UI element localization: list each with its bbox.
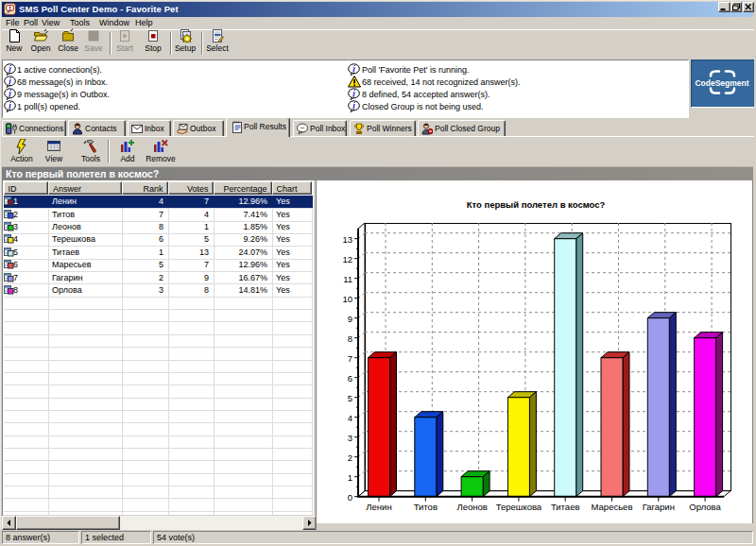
svg-text:Маресьев: Маресьев [592,502,633,512]
svg-text:12: 12 [342,254,352,264]
svg-text:10: 10 [342,294,352,304]
svg-text:Орлова: Орлова [689,502,721,512]
svg-text:6: 6 [348,373,352,384]
svg-text:Леонов: Леонов [456,502,487,512]
svg-text:Титаев: Титаев [551,502,580,512]
svg-text:Терешкова: Терешкова [496,502,542,512]
svg-text:Гагарин: Гагарин [643,502,675,512]
svg-text:2: 2 [348,452,352,463]
svg-text:1: 1 [348,472,352,483]
svg-text:4: 4 [348,413,352,423]
svg-text:13: 13 [342,234,352,245]
svg-text:0: 0 [348,492,352,503]
svg-text:3: 3 [348,433,352,443]
svg-text:8: 8 [348,333,352,344]
svg-text:Ленин: Ленин [366,502,391,512]
svg-text:5: 5 [348,393,352,403]
svg-text:CodeSegment: CodeSegment [695,78,748,88]
svg-text:9: 9 [348,314,352,324]
svg-text:11: 11 [343,274,352,284]
svg-text:Титов: Титов [414,502,438,512]
svg-text:Кто первый полетел в космос?: Кто первый полетел в космос? [467,199,606,210]
svg-text:7: 7 [348,353,352,364]
